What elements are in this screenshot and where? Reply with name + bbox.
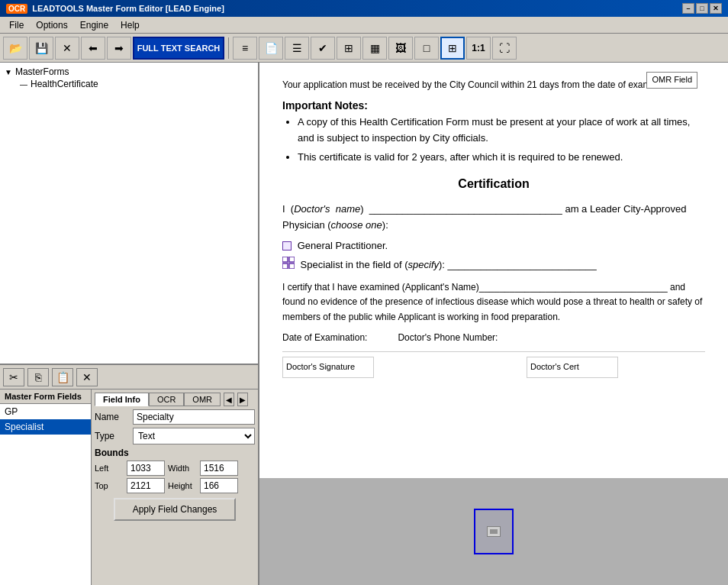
- field-item-specialist[interactable]: Specialist: [0, 419, 91, 435]
- height-label: Height: [168, 481, 197, 490]
- tab-field-info[interactable]: Field Info: [95, 393, 149, 406]
- menu-file[interactable]: File: [3, 18, 30, 32]
- cert-line1: I (Doctor's name) ______________________…: [282, 202, 705, 234]
- doc-content: Your application must be received by the…: [259, 63, 728, 478]
- menubar: File Options Engine Help: [0, 17, 728, 34]
- important-notes: Important Notes: A copy of this Health C…: [282, 97, 705, 165]
- cert-gp-text: General Practitioner.: [298, 240, 388, 251]
- width-input[interactable]: [200, 461, 238, 476]
- doc-cert-label: Doctor's Cert: [530, 362, 579, 371]
- barcode-button[interactable]: ▦: [362, 37, 387, 60]
- left-label: Left: [95, 464, 124, 473]
- top-label: Top: [95, 481, 124, 490]
- minimize-button[interactable]: –: [682, 3, 694, 14]
- cert-gp: General Practitioner.: [282, 238, 705, 254]
- name-row: Name: [95, 409, 255, 425]
- check-button[interactable]: ✔: [311, 37, 335, 60]
- doc-top-text: Your application must be received by the…: [282, 79, 680, 90]
- close-button[interactable]: ✕: [710, 3, 722, 14]
- exam-row: Date of Examination: Doctor's Phone Numb…: [282, 331, 705, 345]
- date-of-examination: Date of Examination:: [282, 331, 367, 345]
- type-select[interactable]: Text OMR OCR Barcode: [133, 428, 255, 444]
- field-indicator-inner: [487, 526, 501, 537]
- note-item-1: This certificate is valid for 2 years, a…: [298, 150, 705, 166]
- top-input[interactable]: [127, 478, 165, 493]
- left-panel: ▼ MasterForms — HealthCertificate ✂ ⎘ 📋 …: [0, 63, 259, 585]
- width-label: Width: [168, 464, 197, 473]
- full-text-search-button[interactable]: FULL TEXT SEARCH: [133, 37, 224, 60]
- open-button[interactable]: 📂: [3, 37, 27, 60]
- bottom-toolbar: ✂ ⎘ 📋 ✕: [0, 365, 258, 389]
- signature-row: Doctor's Signature Doctor's Cert: [282, 351, 705, 378]
- doctors-phone: Doctor's Phone Number:: [398, 331, 498, 345]
- titlebar: OCR LEADTOOLS Master Form Editor [LEAD E…: [0, 0, 728, 17]
- anchor-button[interactable]: ⊞: [440, 37, 465, 60]
- tab-omr[interactable]: OMR: [184, 393, 221, 406]
- tab-prev-button[interactable]: ◀: [224, 393, 234, 406]
- import-button[interactable]: ⬅: [81, 37, 105, 60]
- doc-bottom: [259, 478, 728, 585]
- doc-sig-label: Doctor's Signature: [286, 362, 355, 371]
- tree-child[interactable]: — HealthCertificate: [18, 78, 255, 90]
- toolbar-separator: [228, 37, 229, 59]
- save-button[interactable]: 💾: [29, 37, 53, 60]
- ratio-button[interactable]: 1:1: [466, 37, 491, 60]
- list-view-button[interactable]: ☰: [285, 37, 309, 60]
- height-input[interactable]: [200, 478, 238, 493]
- cert-examined: I certify that I have examined (Applican…: [282, 280, 705, 325]
- note-item-0: A copy of this Health Certification Form…: [298, 115, 705, 147]
- bounds-top-row: Top Height: [95, 478, 255, 493]
- export-button[interactable]: ➡: [107, 37, 131, 60]
- image-button[interactable]: 🖼: [388, 37, 413, 60]
- toolbar: 📂 💾 ✕ ⬅ ➡ FULL TEXT SEARCH ≡ 📄 ☰ ✔ ⊞ ▦ 🖼…: [0, 34, 728, 63]
- close-button[interactable]: ✕: [55, 37, 79, 60]
- field-list-header: Master Form Fields: [0, 389, 91, 404]
- menu-engine[interactable]: Engine: [74, 18, 114, 32]
- tree-root[interactable]: ▼ MasterForms: [3, 66, 255, 78]
- doc-panel: Your application must be received by the…: [259, 63, 728, 585]
- svg-rect-0: [282, 257, 288, 262]
- svg-rect-2: [282, 263, 288, 269]
- certification-title: Certification: [282, 174, 705, 194]
- tree-expand-icon[interactable]: ▼: [5, 68, 12, 76]
- grid-button[interactable]: ⊞: [337, 37, 361, 60]
- form-view-button[interactable]: ≡: [233, 37, 257, 60]
- tab-ocr[interactable]: OCR: [149, 393, 184, 406]
- app-title: LEADTOOLS Master Form Editor [LEAD Engin…: [32, 4, 224, 13]
- left-input[interactable]: [127, 461, 165, 476]
- type-label: Type: [95, 431, 133, 441]
- tree-leaf-icon: —: [20, 80, 27, 89]
- bottom-content: Master Form Fields GP Specialist Field I…: [0, 389, 258, 585]
- bottom-panel: ✂ ⎘ 📋 ✕ Master Form Fields GP Specialist…: [0, 364, 258, 585]
- doc-cert-cell: Doctor's Cert: [527, 357, 618, 378]
- specialist-icon: [282, 257, 295, 274]
- svg-rect-3: [289, 263, 295, 269]
- tree-root-label: MasterForms: [15, 66, 69, 77]
- field-editor: Field Info OCR OMR ◀ ▶ Name Type: [92, 389, 258, 585]
- tree-area: ▼ MasterForms — HealthCertificate: [0, 63, 258, 364]
- app-logo: OCR: [6, 4, 27, 14]
- paste-button[interactable]: 📋: [52, 368, 73, 386]
- page-view-button[interactable]: 📄: [259, 37, 283, 60]
- notes-list: A copy of this Health Certification Form…: [298, 115, 705, 165]
- cut-button[interactable]: ✂: [3, 368, 24, 386]
- delete-button[interactable]: ✕: [76, 368, 98, 386]
- tab-next-button[interactable]: ▶: [237, 393, 248, 406]
- name-label: Name: [95, 412, 133, 422]
- menu-help[interactable]: Help: [114, 18, 146, 32]
- copy-button[interactable]: ⎘: [27, 368, 49, 386]
- field-item-gp[interactable]: GP: [0, 404, 91, 419]
- maximize-button[interactable]: □: [696, 3, 708, 14]
- apply-field-changes-button[interactable]: Apply Field Changes: [114, 498, 236, 521]
- field-list: Master Form Fields GP Specialist: [0, 389, 92, 585]
- menu-options[interactable]: Options: [30, 18, 73, 32]
- bounds-label: Bounds: [95, 448, 255, 458]
- name-input[interactable]: [133, 409, 255, 425]
- field-tabs: Field Info OCR OMR ◀ ▶: [95, 393, 255, 406]
- cert-specialist: Specialist in the field of (specify): __…: [282, 257, 705, 274]
- doc-top-note: Your application must be received by the…: [282, 78, 705, 92]
- svg-rect-1: [289, 257, 295, 262]
- selection-button[interactable]: □: [414, 37, 439, 60]
- fullscreen-button[interactable]: ⛶: [492, 37, 517, 60]
- gp-checkbox: [282, 241, 292, 250]
